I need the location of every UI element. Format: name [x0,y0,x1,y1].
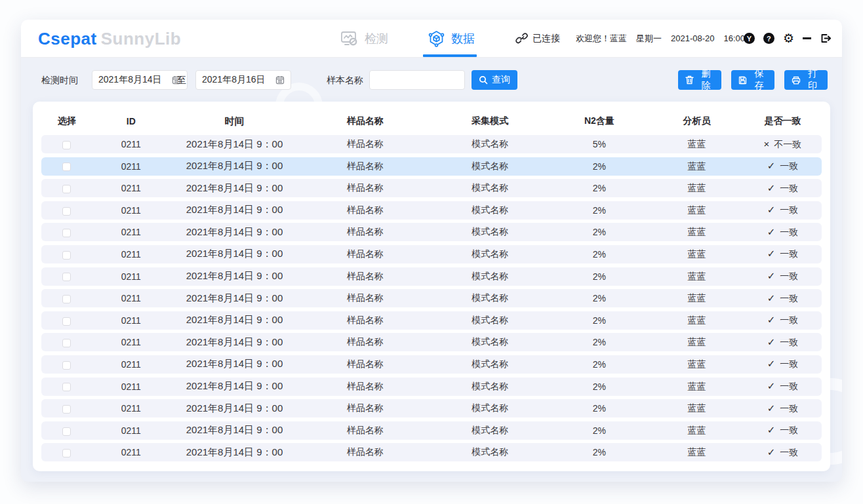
cell-n2-content: 2% [548,425,650,436]
cell-time: 2021年8月14日 9：00 [170,138,298,151]
row-checkbox[interactable] [62,295,71,303]
row-checkbox[interactable] [62,339,71,347]
help-icon[interactable]: ? [763,33,774,44]
cell-collect-mode: 模式名称 [432,336,549,348]
table-row[interactable]: 02112021年8月14日 9：00样品名称模式名称2%蓝蓝✓一致 [41,333,822,351]
table-row[interactable]: 02112021年8月14日 9：00样品名称模式名称2%蓝蓝✓一致 [41,421,822,440]
connection-status: 已连接 [515,20,560,57]
calendar-icon[interactable] [275,75,285,85]
logout-icon[interactable] [820,33,832,44]
delete-button[interactable]: 删除 [678,70,721,90]
cell-n2-content: 2% [548,183,650,193]
match-status-label: 一致 [780,315,798,325]
cell-match-status: ✓一致 [744,182,822,195]
check-icon: ✓ [767,380,776,392]
cell-select [41,161,92,172]
cell-select [41,183,92,193]
row-checkbox[interactable] [62,141,71,149]
cell-analyst: 蓝蓝 [650,271,744,282]
cell-id: 0211 [92,227,170,237]
cell-select [41,139,92,149]
row-checkbox[interactable] [62,405,71,414]
table-row[interactable]: 02112021年8月14日 9：00样品名称模式名称2%蓝蓝✓一致 [41,223,822,241]
cell-time: 2021年8月14日 9：00 [170,380,298,393]
active-tab-indicator [423,54,477,57]
check-icon: ✓ [767,270,776,282]
print-button[interactable]: 打印 [784,70,828,90]
table-row[interactable]: 02112021年8月14日 9：00样品名称模式名称2%蓝蓝✓一致 [41,289,822,307]
table-row[interactable]: 02112021年8月14日 9：00样品名称模式名称2%蓝蓝✓一致 [41,157,822,176]
match-status-label: 一致 [780,403,798,414]
table-row[interactable]: 02112021年8月14日 9：00样品名称模式名称2%蓝蓝✓一致 [41,245,822,263]
sample-name-input[interactable] [369,70,465,90]
table-row[interactable]: 02112021年8月14日 9：00样品名称模式名称2%蓝蓝✓一致 [41,378,822,396]
about-icon[interactable]: Y [744,33,755,44]
row-checkbox[interactable] [62,449,71,457]
table-row[interactable]: 02112021年8月14日 9：00样品名称模式名称2%蓝蓝✓一致 [41,311,822,330]
cell-select [41,315,92,326]
minimize-icon[interactable] [803,37,811,39]
date-from-input[interactable]: 2021年8月14日 [92,70,188,90]
cell-match-status: ✓一致 [744,204,822,216]
table-row[interactable]: 02112021年8月14日 9：00样品名称模式名称2%蓝蓝✓一致 [41,355,822,374]
cell-time: 2021年8月14日 9：00 [170,292,298,305]
cell-time: 2021年8月14日 9：00 [170,336,298,349]
cell-collect-mode: 模式名称 [432,381,549,393]
cell-collect-mode: 模式名称 [432,248,549,260]
save-button[interactable]: 保存 [731,70,774,90]
cell-id: 0211 [92,425,170,436]
monitor-wave-icon [340,30,359,47]
date-to-value: 2021年8月16日 [202,74,266,86]
row-checkbox[interactable] [62,251,71,260]
cell-n2-content: 5% [548,139,650,149]
cell-select [41,205,92,216]
cell-select [41,293,92,303]
search-icon [479,75,488,85]
row-checkbox[interactable] [62,273,71,281]
cell-time: 2021年8月14日 9：00 [170,358,298,370]
table-row[interactable]: 02112021年8月14日 9：00样品名称模式名称2%蓝蓝✓一致 [41,179,822,197]
row-checkbox[interactable] [62,163,71,171]
table-row[interactable]: 02112021年8月14日 9：00样品名称模式名称2%蓝蓝✓一致 [41,399,822,417]
cell-collect-mode: 模式名称 [432,425,549,436]
cell-n2-content: 2% [548,271,650,282]
cell-match-status: ✓一致 [744,160,822,172]
row-checkbox[interactable] [62,207,71,216]
tab-detect[interactable]: 检测 [340,20,388,57]
table-row[interactable]: 02112021年8月14日 9：00样品名称模式名称2%蓝蓝✓一致 [41,443,822,461]
row-checkbox[interactable] [62,361,71,370]
app-logo: CsepatSunnyLib [38,29,181,49]
query-button[interactable]: 查询 [472,70,517,90]
printer-icon [792,76,801,85]
connection-label: 已连接 [532,33,560,45]
cross-icon: × [764,138,770,149]
settings-gear-icon[interactable]: ⚙ [783,32,794,45]
column-header: N2含量 [548,115,650,127]
column-header: 时间 [170,115,298,128]
app-window: CsepatSunnyLib 检测 [21,20,842,482]
row-checkbox[interactable] [62,383,71,391]
cell-match-status: ×不一致 [744,138,822,151]
row-checkbox[interactable] [62,317,71,326]
cell-analyst: 蓝蓝 [650,446,744,458]
row-checkbox[interactable] [62,427,71,436]
table-row[interactable]: 02112021年8月14日 9：00样品名称模式名称2%蓝蓝✓一致 [41,267,822,286]
match-status-label: 一致 [780,359,798,369]
cell-sample-name: 样品名称 [299,226,432,238]
date-from-value: 2021年8月14日 [98,74,162,86]
row-checkbox[interactable] [62,185,71,193]
cell-match-status: ✓一致 [744,402,822,415]
table-header-row: 选择ID时间样品名称采集模式N2含量分析员是否一致 [41,107,822,135]
cell-sample-name: 样品名称 [299,359,432,370]
cell-collect-mode: 模式名称 [432,138,549,150]
cell-id: 0211 [92,403,170,414]
cell-analyst: 蓝蓝 [650,402,744,414]
row-checkbox[interactable] [62,229,71,237]
date-to-input[interactable]: 2021年8月16日 [195,70,291,90]
cell-select [41,381,92,392]
cell-analyst: 蓝蓝 [650,161,744,172]
tab-data[interactable]: 数据 [428,20,475,57]
cell-match-status: ✓一致 [744,314,822,326]
table-row[interactable]: 02112021年8月14日 9：00样品名称模式名称2%蓝蓝✓一致 [41,201,822,220]
table-row[interactable]: 02112021年8月14日 9：00样品名称模式名称5%蓝蓝×不一致 [41,135,822,153]
